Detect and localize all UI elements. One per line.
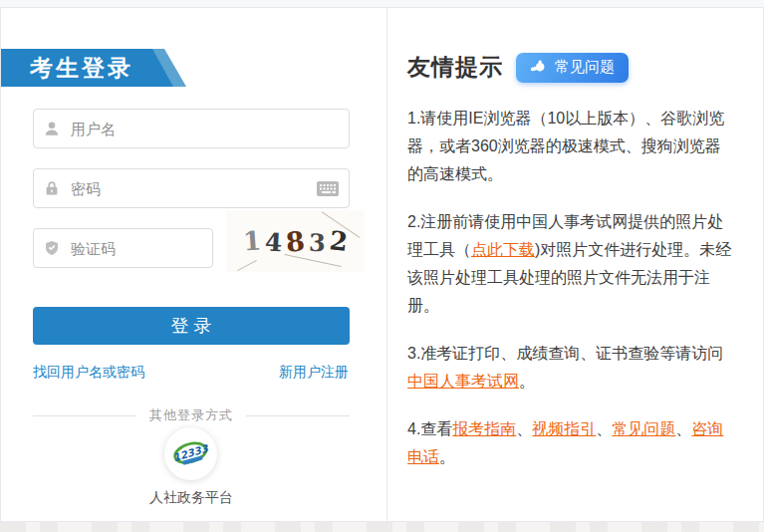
captcha-input[interactable] (69, 239, 202, 258)
shield-check-icon (44, 240, 60, 256)
user-icon (44, 121, 60, 136)
12333-platform-login-button[interactable]: 12333 (164, 427, 217, 480)
login-title: 考生登录 (30, 49, 133, 87)
captcha-noise-line (237, 260, 257, 271)
tip-text: 1.请使用IE浏览器（10以上版本）、谷歌浏览器，或者360浏览器的极速模式、搜… (407, 110, 724, 182)
username-field (33, 109, 350, 148)
faq-button[interactable]: 常见问题 (516, 53, 629, 83)
pointing-hand-icon (530, 59, 547, 76)
tips-header: 友情提示 常见问题 (407, 52, 735, 83)
tip-text: 3.准考证打印、成绩查询、证书查验等请访问 (407, 345, 723, 362)
password-input[interactable] (69, 179, 317, 198)
tip-link[interactable]: 报考指南 (452, 420, 516, 437)
tip-paragraph: 3.准考证打印、成绩查询、证书查验等请访问中国人事考试网。 (407, 340, 735, 396)
forgot-username-password-link[interactable]: 找回用户名或密码 (33, 364, 144, 382)
tip-text: 4.查看 (407, 420, 452, 437)
login-section: 考生登录 (1, 8, 387, 521)
lock-icon (44, 180, 60, 196)
tip-text: 。 (519, 373, 535, 390)
divider-line (246, 415, 350, 416)
faq-button-label: 常见问题 (555, 58, 615, 77)
tip-text: 、 (596, 420, 612, 437)
password-field (33, 168, 350, 208)
login-button[interactable]: 登录 (33, 307, 350, 345)
tips-list: 1.请使用IE浏览器（10以上版本）、谷歌浏览器，或者360浏览器的极速模式、搜… (407, 105, 735, 471)
captcha-digit: 3 (309, 227, 327, 257)
login-card: 考生登录 (0, 7, 764, 522)
captcha-digit: 2 (328, 225, 349, 257)
other-login-divider: 其他登录方式 (33, 406, 350, 424)
page-background: 考生登录 (0, 0, 764, 532)
captcha-digit: 1 (242, 225, 262, 256)
tip-paragraph: 2.注册前请使用中国人事考试网提供的照片处理工具（点此下载)对照片文件进行处理。… (407, 208, 735, 320)
tip-link[interactable]: 中国人事考试网 (407, 373, 519, 390)
tip-text: 、 (516, 420, 532, 437)
platform-name: 人社政务平台 (33, 489, 350, 507)
tip-paragraph: 4.查看报考指南、视频指引、常见问题、咨询电话。 (407, 415, 735, 471)
divider-line (33, 415, 136, 416)
tips-title: 友情提示 (407, 52, 503, 83)
tip-link[interactable]: 常见问题 (612, 420, 675, 437)
background-watermark (0, 521, 764, 532)
captcha-digit: 8 (285, 225, 307, 258)
tip-paragraph: 1.请使用IE浏览器（10以上版本）、谷歌浏览器，或者360浏览器的极速模式、搜… (407, 105, 735, 188)
username-input[interactable] (69, 120, 339, 138)
keyboard-icon[interactable] (317, 181, 339, 196)
tip-text: 、 (675, 420, 691, 437)
other-login-label: 其他登录方式 (149, 406, 233, 424)
captcha-field (33, 228, 213, 268)
captcha-image[interactable]: 1 4 8 3 2 (226, 210, 365, 272)
tip-link[interactable]: 点此下载 (471, 241, 535, 258)
tip-text: 。 (439, 448, 455, 465)
captcha-digit: 4 (264, 227, 283, 257)
12333-globe-logo: 12333 (167, 430, 214, 477)
new-user-register-link[interactable]: 新用户注册 (279, 364, 349, 382)
tip-link[interactable]: 视频指引 (532, 420, 596, 437)
tips-section: 友情提示 常见问题 1.请使用IE浏览器（10以上版本）、谷歌浏览器，或者360… (388, 8, 763, 521)
login-title-ribbon: 考生登录 (1, 49, 188, 87)
